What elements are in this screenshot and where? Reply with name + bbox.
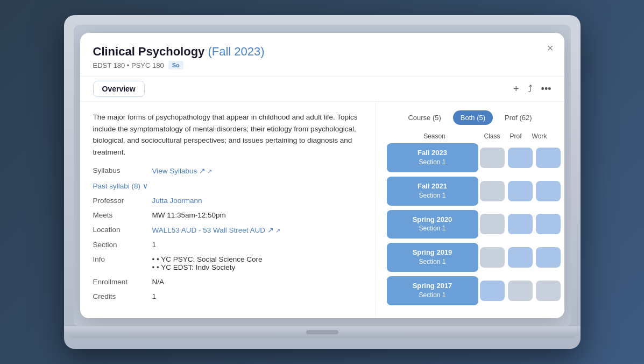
col-work: Work bbox=[528, 132, 551, 140]
season-button[interactable]: Spring 2019Section 1 bbox=[387, 243, 478, 272]
close-button[interactable]: × bbox=[547, 43, 554, 53]
filter-row: Course (5) Both (5) Prof (62) bbox=[387, 110, 554, 125]
work-rating-cell bbox=[534, 247, 562, 268]
season-button[interactable]: Spring 2017Section 1 bbox=[387, 276, 478, 305]
enrollment-label: Enrollment bbox=[93, 278, 152, 286]
credits-row: Credits 1 bbox=[93, 292, 363, 300]
info-item-1: • YC PSYC: Social Science Core bbox=[152, 255, 263, 263]
overview-tab[interactable]: Overview bbox=[93, 81, 145, 97]
class-rating-box bbox=[480, 181, 505, 201]
prof-rating-box bbox=[508, 247, 533, 268]
location-link[interactable]: WALL53 AUD - 53 Wall Street AUD ↗ bbox=[152, 226, 280, 234]
professor-label: Professor bbox=[93, 197, 152, 205]
course-title: Clinical Psychology bbox=[93, 45, 205, 58]
past-syllabi-label: Past syllabi (8) ∨ bbox=[93, 181, 148, 190]
prof-rating-box bbox=[508, 281, 533, 301]
season-button[interactable]: Spring 2020Section 1 bbox=[387, 210, 478, 239]
work-rating-cell bbox=[534, 181, 562, 201]
filter-prof-button[interactable]: Prof (62) bbox=[497, 110, 540, 125]
section-value: 1 bbox=[152, 241, 157, 249]
table-row: Spring 2020Section 1 bbox=[387, 210, 554, 239]
location-row: Location WALL53 AUD - 53 Wall Street AUD… bbox=[93, 226, 363, 234]
prof-rating-cell bbox=[506, 214, 534, 234]
col-prof: Prof bbox=[504, 132, 528, 140]
season-rows: Fall 2023Section 1 Fall 2021Section 1 Sp… bbox=[387, 143, 554, 305]
table-row: Spring 2019Section 1 bbox=[387, 243, 554, 272]
more-icon[interactable]: ••• bbox=[541, 83, 551, 95]
modal-body: The major forms of psychopathology that … bbox=[80, 102, 564, 318]
credits-value: 1 bbox=[152, 292, 157, 300]
class-rating-cell bbox=[478, 148, 506, 168]
prof-rating-box bbox=[508, 148, 533, 168]
class-rating-cell bbox=[478, 247, 506, 268]
class-rating-cell bbox=[478, 281, 506, 301]
syllabus-label: Syllabus bbox=[93, 166, 152, 174]
info-label: Info bbox=[93, 255, 152, 263]
prof-rating-cell bbox=[506, 281, 534, 301]
work-rating-box bbox=[536, 148, 561, 168]
work-rating-box bbox=[536, 214, 561, 234]
left-panel: The major forms of psychopathology that … bbox=[80, 102, 376, 318]
prof-rating-box bbox=[508, 214, 533, 234]
filter-both-button[interactable]: Both (5) bbox=[453, 110, 493, 125]
col-season: Season bbox=[389, 132, 480, 140]
filter-course-button[interactable]: Course (5) bbox=[400, 110, 448, 125]
syllabus-link[interactable]: View Syllabus ↗ bbox=[152, 166, 213, 175]
class-rating-box bbox=[480, 148, 505, 168]
season-button[interactable]: Fall 2023Section 1 bbox=[387, 143, 478, 172]
course-description: The major forms of psychopathology that … bbox=[93, 111, 363, 158]
share-icon[interactable]: ⤴ bbox=[528, 83, 533, 95]
season-button[interactable]: Fall 2021Section 1 bbox=[387, 177, 478, 206]
prof-rating-cell bbox=[506, 181, 534, 201]
table-row: Spring 2017Section 1 bbox=[387, 276, 554, 305]
work-rating-cell bbox=[534, 214, 562, 234]
toolbar: Overview + ⤴ ••• bbox=[80, 76, 564, 102]
meets-label: Meets bbox=[93, 211, 152, 219]
course-badge: So bbox=[168, 61, 183, 69]
class-rating-cell bbox=[478, 181, 506, 201]
location-label: Location bbox=[93, 226, 152, 234]
section-label: Section bbox=[93, 241, 152, 249]
meets-row: Meets MW 11:35am-12:50pm bbox=[93, 211, 363, 219]
class-rating-box bbox=[480, 247, 505, 268]
table-row: Fall 2021Section 1 bbox=[387, 177, 554, 206]
work-rating-box bbox=[536, 181, 561, 201]
info-list: • YC PSYC: Social Science Core • YC EDST… bbox=[152, 255, 263, 271]
right-panel: Course (5) Both (5) Prof (62) Season Cla… bbox=[376, 102, 564, 318]
prof-rating-cell bbox=[506, 247, 534, 268]
course-codes: EDST 180 • PSYC 180 bbox=[93, 61, 164, 69]
modal-subtitle: EDST 180 • PSYC 180 So bbox=[93, 61, 551, 69]
syllabus-row: Syllabus View Syllabus ↗ bbox=[93, 166, 363, 175]
info-item-2: • YC EDST: Indv Society bbox=[152, 263, 263, 271]
table-header: Season Class Prof Work bbox=[387, 132, 554, 140]
section-row: Section 1 bbox=[93, 241, 363, 249]
enrollment-value: N/A bbox=[152, 278, 165, 286]
credits-label: Credits bbox=[93, 292, 152, 300]
work-rating-box bbox=[536, 247, 561, 268]
professor-link[interactable]: Jutta Joormann bbox=[152, 197, 202, 205]
modal-title: Clinical Psychology (Fall 2023) bbox=[93, 45, 551, 59]
past-syllabi-toggle[interactable]: Past syllabi (8) ∨ bbox=[93, 181, 363, 190]
prof-rating-box bbox=[508, 181, 533, 201]
course-year: (Fall 2023) bbox=[208, 45, 264, 58]
toolbar-actions: + ⤴ ••• bbox=[513, 83, 551, 95]
enrollment-row: Enrollment N/A bbox=[93, 278, 363, 286]
info-row: Info • YC PSYC: Social Science Core • YC… bbox=[93, 255, 363, 271]
work-rating-cell bbox=[534, 281, 562, 301]
class-rating-cell bbox=[478, 214, 506, 234]
work-rating-box bbox=[536, 281, 561, 301]
course-modal: Clinical Psychology (Fall 2023) EDST 180… bbox=[80, 33, 564, 318]
add-icon[interactable]: + bbox=[513, 83, 519, 95]
modal-header: Clinical Psychology (Fall 2023) EDST 180… bbox=[80, 33, 564, 76]
meets-value: MW 11:35am-12:50pm bbox=[152, 211, 226, 219]
prof-rating-cell bbox=[506, 148, 534, 168]
class-rating-box bbox=[480, 281, 505, 301]
table-row: Fall 2023Section 1 bbox=[387, 143, 554, 172]
work-rating-cell bbox=[534, 148, 562, 168]
professor-row: Professor Jutta Joormann bbox=[93, 197, 363, 205]
class-rating-box bbox=[480, 214, 505, 234]
col-class: Class bbox=[480, 132, 504, 140]
